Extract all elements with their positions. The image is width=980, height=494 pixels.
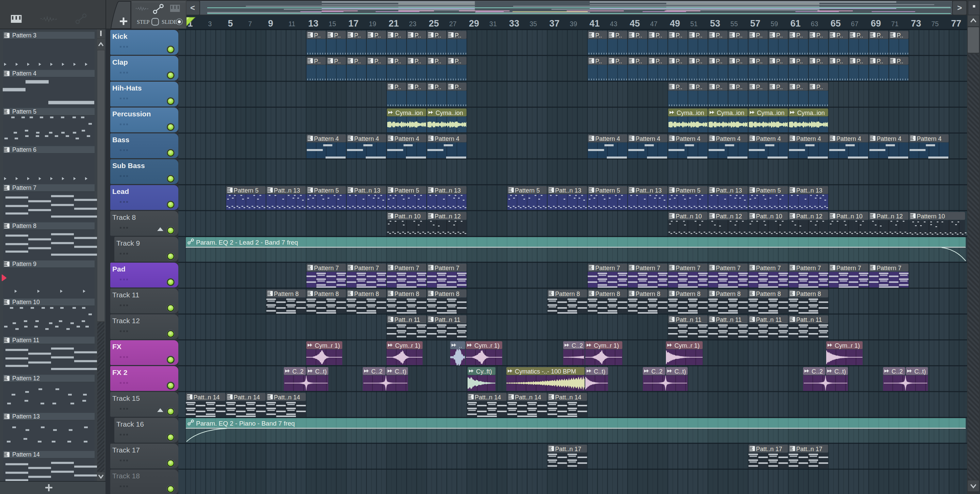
svg-text:Cym..r 1): Cym..r 1) [594,342,619,349]
svg-text:Pattern 8: Pattern 8 [12,222,37,229]
svg-text:11: 11 [288,20,295,27]
svg-text:C..t): C..t) [315,368,327,375]
svg-text:STEP: STEP [137,19,150,25]
svg-text:Cym..r 1): Cym..r 1) [835,342,860,349]
svg-text:17: 17 [348,18,359,29]
svg-text:C..t): C..t) [914,368,926,375]
svg-text:43: 43 [610,20,617,27]
svg-text:7: 7 [248,20,252,27]
svg-text:Cym..r 1): Cym..r 1) [315,342,340,349]
svg-text:77: 77 [951,18,961,29]
svg-text:C..2: C..2 [891,368,903,375]
svg-text:Pattern 3: Pattern 3 [12,32,37,39]
svg-text:53: 53 [710,18,721,29]
svg-text:15: 15 [329,20,336,27]
svg-text:Pattern 4: Pattern 4 [12,70,37,77]
svg-text:73: 73 [911,18,921,29]
svg-text:Pattern 5: Pattern 5 [12,108,37,115]
svg-text:21: 21 [388,18,399,29]
svg-text:Cymatics -..- 100 BPM: Cymatics -..- 100 BPM [515,368,576,375]
svg-text:35: 35 [530,20,537,27]
svg-text:Cy..ft): Cy..ft) [476,368,492,375]
svg-text:Cym..r 1): Cym..r 1) [395,342,420,349]
svg-text:Pattern 12: Pattern 12 [12,375,40,382]
svg-text:75: 75 [931,20,939,27]
svg-text:Pattern 14: Pattern 14 [12,451,40,458]
svg-text:C..t): C..t) [594,368,605,375]
svg-text:69: 69 [871,18,881,29]
svg-text:61: 61 [791,18,801,29]
svg-text:41: 41 [589,18,600,29]
svg-text:71: 71 [891,20,899,27]
svg-text:49: 49 [670,18,680,29]
svg-text:31: 31 [489,20,497,27]
svg-text:Cym..r 1): Cym..r 1) [474,342,500,349]
svg-text:>: > [957,3,962,12]
svg-text:33: 33 [509,18,519,29]
svg-text:C..2: C..2 [651,368,662,375]
svg-text:57: 57 [750,18,760,29]
svg-text:Cym..r 1): Cym..r 1) [675,342,700,349]
svg-text:Pattern 9: Pattern 9 [12,261,37,267]
svg-text:C..2: C..2 [572,342,583,349]
svg-text:Pattern 10: Pattern 10 [917,213,945,220]
svg-text:37: 37 [549,18,559,29]
svg-text:Pattern 11: Pattern 11 [12,337,39,344]
svg-text:..: .. [459,342,462,349]
svg-text:51: 51 [690,20,698,27]
svg-text:55: 55 [730,20,738,27]
svg-text:47: 47 [650,20,657,27]
svg-text:13: 13 [308,18,318,29]
svg-text:Param. EQ 2 - Piano - Band 7 f: Param. EQ 2 - Piano - Band 7 freq [196,420,295,427]
svg-text:C..t): C..t) [834,368,846,375]
svg-text:Pattern 6: Pattern 6 [12,146,37,153]
svg-text:Pattern 10: Pattern 10 [12,299,40,305]
svg-text:Param. EQ 2 - Lead 2 - Band 7: Param. EQ 2 - Lead 2 - Band 7 freq [196,239,298,246]
svg-text:5: 5 [228,18,233,29]
svg-text:Pattern 13: Pattern 13 [12,413,40,420]
svg-text:9: 9 [268,18,273,29]
svg-text:Pattern 7: Pattern 7 [12,184,37,191]
svg-text:<: < [190,3,195,12]
svg-text:C..2: C..2 [371,368,382,375]
svg-text:SLIDE: SLIDE [162,19,177,25]
svg-text:45: 45 [630,18,640,29]
svg-text:19: 19 [369,20,376,27]
svg-text:39: 39 [570,20,577,27]
svg-text:65: 65 [830,18,841,29]
svg-text:C..t): C..t) [395,368,406,375]
svg-text:67: 67 [851,20,859,27]
svg-text:59: 59 [771,20,778,27]
svg-text:29: 29 [469,18,479,29]
svg-text:3: 3 [208,20,212,27]
svg-text:C..t): C..t) [675,368,686,375]
svg-text:27: 27 [449,20,457,27]
svg-text:23: 23 [409,20,417,27]
svg-text:C..2: C..2 [811,368,823,375]
svg-text:C..2: C..2 [292,368,304,375]
svg-text:63: 63 [811,20,818,27]
svg-text:25: 25 [429,18,439,29]
